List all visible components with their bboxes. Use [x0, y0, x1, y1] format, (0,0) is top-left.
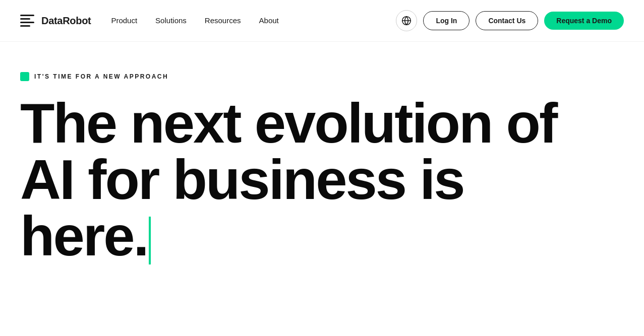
hero-heading-line1: The next evolution of	[20, 92, 556, 155]
logo-text: DataRobot	[41, 15, 91, 27]
demo-button[interactable]: Request a Demo	[544, 12, 624, 30]
nav-item-resources[interactable]: Resources	[205, 16, 241, 25]
globe-button[interactable]	[396, 10, 417, 31]
logo[interactable]: DataRobot	[20, 14, 91, 28]
hero-section: IT'S TIME FOR A NEW APPROACH The next ev…	[0, 42, 644, 264]
login-button[interactable]: Log In	[423, 11, 470, 30]
cursor-blink	[149, 217, 151, 264]
nav-link-product[interactable]: Product	[111, 16, 137, 25]
nav-left: DataRobot Product Solutions Resources Ab…	[20, 14, 279, 28]
hero-heading-line2: AI for business is	[20, 148, 464, 211]
eyebrow-dot	[20, 72, 29, 81]
navbar: DataRobot Product Solutions Resources Ab…	[0, 0, 644, 42]
eyebrow: IT'S TIME FOR A NEW APPROACH	[20, 72, 624, 81]
nav-item-solutions[interactable]: Solutions	[155, 16, 187, 25]
nav-link-solutions[interactable]: Solutions	[155, 16, 187, 25]
contact-button[interactable]: Contact Us	[476, 11, 538, 30]
globe-icon	[401, 16, 412, 26]
nav-link-resources[interactable]: Resources	[205, 16, 241, 25]
eyebrow-text: IT'S TIME FOR A NEW APPROACH	[34, 73, 168, 80]
hero-heading-line3: here.	[20, 205, 148, 267]
nav-link-about[interactable]: About	[259, 16, 279, 25]
logo-icon	[20, 14, 36, 28]
nav-item-product[interactable]: Product	[111, 16, 137, 25]
nav-links: Product Solutions Resources About	[111, 16, 278, 25]
nav-item-about[interactable]: About	[259, 16, 279, 25]
nav-right: Log In Contact Us Request a Demo	[396, 10, 624, 31]
hero-heading: The next evolution of AI for business is…	[20, 95, 624, 264]
